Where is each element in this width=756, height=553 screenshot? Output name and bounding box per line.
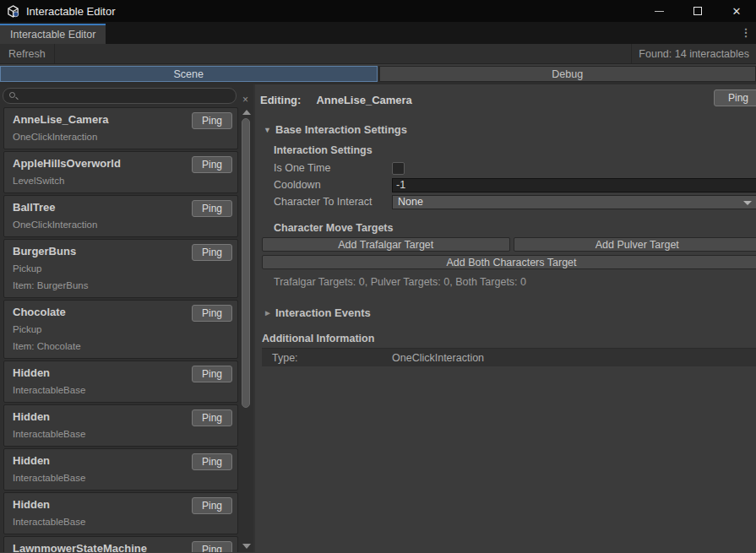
- window-title: Interactable Editor: [26, 5, 116, 18]
- package-cube-icon: [7, 5, 19, 18]
- cooldown-field[interactable]: -1: [392, 178, 756, 192]
- ping-button[interactable]: Ping: [192, 305, 232, 322]
- add-target-buttons-row: Add Trafalgar Target Add Pulver Target: [262, 237, 756, 252]
- additional-information-header: Additional Information: [262, 333, 756, 344]
- main-content: × AnneLise_CameraPingOneClickInteraction…: [0, 84, 756, 552]
- tab-scene-label: Scene: [174, 68, 204, 80]
- list-item-subtitle: InteractableBase: [13, 426, 231, 442]
- ping-button[interactable]: Ping: [192, 453, 232, 470]
- list-item-subtitle: OneClickInteraction: [13, 128, 231, 145]
- list-scrollbar[interactable]: [240, 107, 253, 552]
- character-move-targets-header: Character Move Targets: [274, 222, 756, 234]
- refresh-label: Refresh: [8, 48, 46, 60]
- list-item[interactable]: AppleHillsOverworldPingLevelSwitch: [3, 151, 238, 193]
- list-item[interactable]: HiddenPingInteractableBase: [3, 404, 238, 447]
- list-item[interactable]: BurgerBunsPingPickupItem: BurgerBuns: [3, 239, 238, 298]
- list-item-subtitle: OneClickInteraction: [13, 216, 231, 233]
- ping-button[interactable]: Ping: [192, 200, 232, 217]
- scrollbar-thumb[interactable]: [242, 118, 250, 408]
- type-label: Type:: [272, 352, 392, 364]
- list-item-subtitle: LevelSwitch: [13, 172, 231, 189]
- add-both-button-row: Add Both Characters Target: [262, 255, 756, 269]
- ping-button[interactable]: Ping: [192, 112, 232, 129]
- list-item-subtitle: Item: Chocolate: [13, 338, 231, 355]
- editing-label: Editing:: [260, 94, 301, 106]
- is-one-time-row: Is One Time: [274, 160, 756, 176]
- toolbar: Refresh Found: 14 interactables: [0, 44, 756, 64]
- found-count-label: Found: 14 interactables: [639, 48, 749, 60]
- interactable-list: AnneLise_CameraPingOneClickInteractionAp…: [0, 107, 238, 552]
- type-row: Type: OneClickInteraction: [262, 348, 756, 366]
- ping-button[interactable]: Ping: [192, 409, 232, 426]
- inspector-panel: Editing: AnneLise_Camera Ping ▼ Base Int…: [255, 84, 756, 552]
- scroll-down-icon[interactable]: [242, 544, 251, 549]
- doc-tab-label: Interactable Editor: [10, 29, 95, 41]
- editing-row: Editing: AnneLise_Camera Ping: [260, 89, 756, 110]
- close-icon: ✕: [732, 5, 742, 18]
- interactable-editor-window: Interactable Editor ✕ Interactable Edito…: [0, 0, 756, 553]
- add-trafalgar-target-button[interactable]: Add Trafalgar Target: [262, 237, 510, 252]
- interaction-settings-header: Interaction Settings: [274, 144, 756, 156]
- list-item[interactable]: AnneLise_CameraPingOneClickInteraction: [3, 107, 238, 149]
- titlebar: Interactable Editor ✕: [0, 0, 756, 22]
- is-one-time-checkbox[interactable]: [392, 162, 405, 175]
- tab-interactable-editor[interactable]: Interactable Editor: [0, 24, 106, 44]
- list-item[interactable]: HiddenPingInteractableBase: [3, 361, 238, 403]
- interaction-events-foldout[interactable]: ► Interaction Events: [264, 306, 756, 319]
- list-item[interactable]: HiddenPingInteractableBase: [3, 448, 238, 491]
- search-input[interactable]: [19, 89, 230, 103]
- ping-button[interactable]: Ping: [192, 541, 232, 552]
- maximize-icon: [693, 7, 702, 15]
- base-interaction-settings-foldout[interactable]: ▼ Base Interaction Settings: [264, 123, 756, 136]
- editor-tabbar: Interactable Editor ⋮: [0, 22, 756, 44]
- dropdown-value: None: [398, 196, 423, 208]
- chevron-down-icon: [743, 201, 752, 205]
- foldout-label: Interaction Events: [275, 306, 371, 319]
- refresh-button[interactable]: Refresh: [0, 44, 55, 63]
- search-box[interactable]: [3, 88, 237, 104]
- list-item-subtitle: Pickup: [13, 260, 231, 277]
- character-to-interact-row: Character To Interact None: [274, 193, 756, 210]
- ping-button[interactable]: Ping: [192, 497, 232, 514]
- maximize-button[interactable]: [678, 0, 717, 22]
- list-item-subtitle: InteractableBase: [13, 469, 231, 486]
- list-item-subtitle: InteractableBase: [13, 513, 231, 530]
- targets-stats-text: Trafalgar Targets: 0, Pulver Targets: 0,…: [274, 276, 756, 288]
- close-button[interactable]: ✕: [717, 0, 756, 22]
- view-tabs: Scene Debug: [0, 66, 756, 84]
- interactable-list-panel: × AnneLise_CameraPingOneClickInteraction…: [0, 84, 255, 552]
- character-to-interact-dropdown[interactable]: None: [392, 195, 756, 209]
- ping-button[interactable]: Ping: [192, 244, 232, 261]
- search-row: [0, 84, 253, 107]
- tab-scene[interactable]: Scene: [0, 66, 378, 82]
- minimize-icon: [655, 11, 664, 12]
- foldout-collapsed-icon: ►: [264, 308, 275, 317]
- kebab-menu-icon[interactable]: ⋮: [739, 25, 753, 41]
- search-clear-button[interactable]: ×: [239, 93, 252, 106]
- add-both-characters-target-button[interactable]: Add Both Characters Target: [262, 255, 756, 269]
- ping-button[interactable]: Ping: [714, 89, 756, 106]
- list-item[interactable]: HiddenPingInteractableBase: [3, 492, 238, 534]
- foldout-expanded-icon: ▼: [264, 126, 275, 134]
- search-icon: [9, 92, 15, 98]
- tab-debug[interactable]: Debug: [379, 66, 756, 82]
- foldout-label: Base Interaction Settings: [275, 123, 407, 136]
- list-item[interactable]: ChocolatePingPickupItem: Chocolate: [3, 300, 238, 359]
- ping-button[interactable]: Ping: [192, 156, 232, 173]
- list-item[interactable]: BallTreePingOneClickInteraction: [3, 195, 238, 237]
- cooldown-row: Cooldown -1: [274, 176, 756, 193]
- list-item-subtitle: InteractableBase: [13, 382, 231, 398]
- editing-target-name: AnneLise_Camera: [316, 94, 411, 106]
- character-to-interact-label: Character To Interact: [274, 196, 392, 208]
- ping-button[interactable]: Ping: [192, 366, 232, 382]
- tab-debug-label: Debug: [552, 68, 583, 80]
- list-item[interactable]: LawnmowerStateMachinePingOneClickInterac…: [3, 536, 238, 552]
- is-one-time-label: Is One Time: [274, 162, 392, 174]
- list-item-subtitle: Item: BurgerBuns: [13, 277, 231, 294]
- list-item-subtitle: Pickup: [13, 321, 231, 338]
- scroll-up-icon[interactable]: [242, 110, 251, 115]
- type-value: OneClickInteraction: [392, 352, 484, 364]
- minimize-button[interactable]: [639, 0, 678, 22]
- add-pulver-target-button[interactable]: Add Pulver Target: [514, 237, 756, 252]
- found-count: Found: 14 interactables: [631, 44, 756, 63]
